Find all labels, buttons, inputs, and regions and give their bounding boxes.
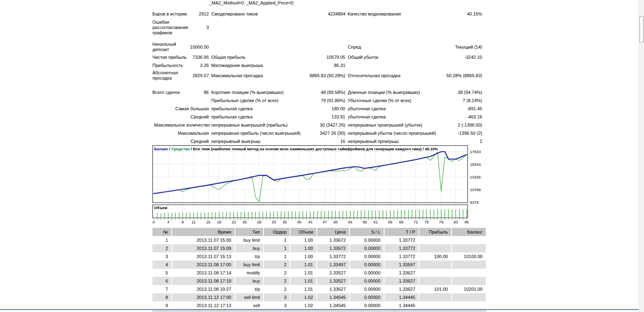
legend-equity: Средства [171, 147, 190, 151]
column-header: S / L [349, 228, 384, 236]
cell: 1.33527 [317, 269, 349, 277]
cell: 7 [152, 285, 172, 293]
cell: 0.00000 [349, 277, 384, 285]
cell: 1.01 [290, 277, 317, 285]
cell: 1.33597 [384, 261, 419, 269]
summary-value: 85.31 [332, 63, 345, 68]
table-row: 22013.11.07 15:09buy11.001.336720.000001… [152, 244, 486, 252]
cell: 1.33627 [384, 277, 419, 285]
summary-value: -891.45 [465, 106, 482, 111]
summary-value: 7336.95 [191, 55, 209, 60]
trades-table: №ВремяТипОрдерОбъемЦенаS / LT / PПрибыль… [152, 228, 487, 310]
cell: 1.33672 [317, 244, 349, 252]
vertical-scrollbar-thumb[interactable] [640, 16, 644, 42]
summary-label: Качество моделирования [348, 11, 401, 17]
column-header: Объем [290, 228, 317, 236]
cell: 2013.11.08 17:14 [172, 269, 235, 277]
summary-value: 7 (8.14%) [461, 98, 482, 103]
cell: 0.00000 [349, 293, 384, 301]
cell: 1.33772 [384, 252, 419, 261]
cell: 5 [152, 269, 172, 277]
cell [452, 269, 486, 277]
next-row-sliver [152, 310, 486, 312]
summary-group: Начальный депозит10000.00 [152, 41, 209, 53]
cell: 1.01 [290, 285, 317, 293]
cell: 1.33627 [384, 285, 419, 293]
trades-table-header: №ВремяТипОрдерОбъемЦенаS / LT / PПрибыль… [152, 228, 486, 236]
summary-label: непрерывный проигрыш [348, 139, 399, 144]
summary-label: Длинные позиции (% выигравших) [348, 90, 420, 95]
summary-label: Общий убыток [348, 55, 378, 60]
cell: 1.34545 [317, 301, 349, 310]
summary-label: непрерывный убыток (число проигрышей) [348, 131, 436, 136]
cell: 2013.11.08 17:19 [172, 277, 235, 285]
cell: 1 [264, 244, 290, 252]
summary-label: Ошибки рассогласования графиков [152, 20, 191, 36]
summary-group: Ошибки рассогласования графиков3 [152, 18, 209, 37]
summary-group: Смоделировано тиков4234894 [209, 10, 345, 18]
summary-value: 3.26 [199, 63, 209, 68]
cell: sell [235, 301, 264, 310]
summary-value: 50.28% (8865.83) [445, 73, 482, 78]
summary-group: Всего сделок86 [152, 88, 209, 96]
balance-equity-chart [152, 145, 468, 203]
cell: 0.00000 [349, 285, 384, 293]
cell: 2013.11.12 17:13 [172, 301, 235, 310]
x-axis-label: 29 [255, 220, 263, 224]
y-axis-label: 8379 [470, 200, 479, 205]
legend-balance: Баланс [154, 147, 168, 151]
x-axis-label: 72 [411, 220, 420, 224]
x-axis-label: 61 [371, 220, 380, 224]
summary-row: Всего сделок86Короткие позиции (% выигра… [152, 88, 482, 96]
summary-value: 2 (-1396.50) [456, 123, 482, 127]
summary-group: Максимальное количество [152, 121, 209, 129]
legend-separator: / [190, 147, 193, 151]
x-axis-label: 15 [204, 220, 212, 224]
cell: 6 [152, 277, 172, 285]
summary-row: Среднийнепрерывный выигрыш16непрерывный … [152, 137, 482, 145]
x-axis-label: 4 [164, 220, 172, 224]
summary-row: Прибыльные сделки (% от всех)79 (91.86%)… [152, 96, 482, 105]
cell [452, 236, 486, 244]
cell [419, 293, 452, 301]
cell: 1 [264, 252, 290, 261]
summary-group: Чистая прибыль7336.95 [152, 53, 209, 61]
summary-value: Средний [189, 114, 209, 119]
summary-label: Прибыльные сделки (% от всех) [211, 98, 279, 103]
summary-label: убыточная сделка [348, 106, 386, 111]
cell [452, 293, 486, 301]
summary-value: Максимальная [176, 131, 209, 136]
table-row: 92013.11.12 17:13sell31.021.345450.00000… [152, 301, 486, 310]
table-row: 32013.11.07 15:13t/p11.001.337720.000001… [152, 252, 486, 261]
summary-value: -463.16 [465, 114, 482, 119]
cell: 1.33627 [384, 269, 419, 277]
summary-group: непрерывный убыток (число проигрышей)-13… [345, 129, 482, 137]
cell: 2 [152, 244, 172, 252]
summary-label: Короткие позиции (% выигравших) [211, 90, 284, 95]
y-axis-label: 13156 [470, 175, 481, 179]
summary-group [209, 41, 345, 53]
cell: 100.00 [419, 252, 452, 261]
summary-value: 30 (3427.26) [318, 123, 345, 127]
cell: buy limit [235, 261, 264, 269]
cell: 0.00000 [349, 252, 384, 261]
summary-value: 133.91 [330, 114, 345, 119]
cell: 10201.00 [452, 285, 486, 293]
summary-value: 2912 [197, 11, 209, 16]
summary-label: Всего сделок [152, 90, 180, 95]
cell [452, 301, 486, 310]
cell: 2 [264, 261, 290, 269]
table-row: 52013.11.08 17:14modify21.011.335270.000… [152, 269, 486, 277]
summary-label: Общая прибыль [211, 55, 246, 60]
summary-label: прибыльная сделка [211, 114, 253, 120]
cell: 3 [264, 301, 290, 310]
x-axis-label: 47 [321, 220, 329, 224]
cell: 1.34445 [384, 301, 419, 310]
summary-value: 3 [205, 25, 209, 30]
cell: 1.00 [290, 252, 317, 261]
x-axis-label: 40 [295, 220, 303, 224]
vertical-scrollbar-track[interactable] [639, 0, 644, 312]
cell: 2013.11.07 15:13 [172, 252, 235, 261]
cell [452, 277, 486, 285]
cell: 101.00 [419, 285, 452, 293]
